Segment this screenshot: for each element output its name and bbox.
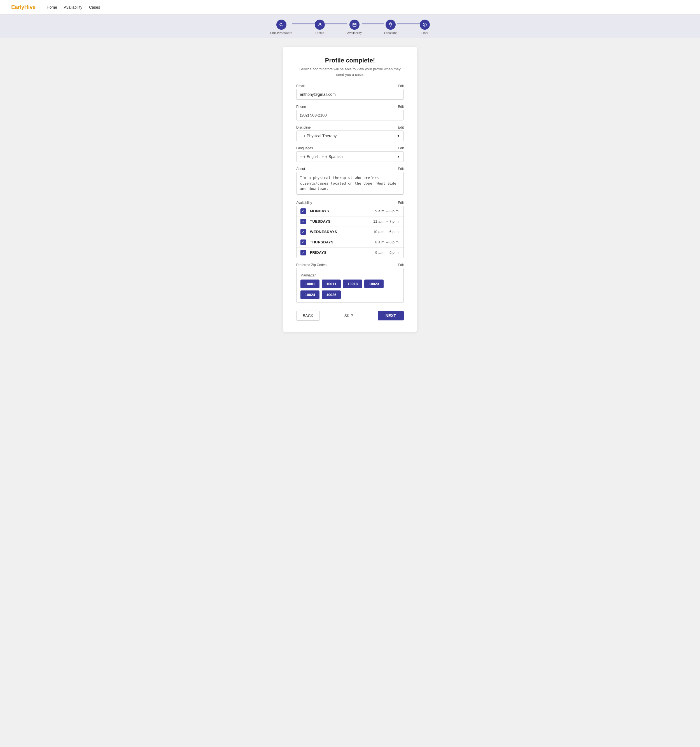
nav-cases[interactable]: Cases bbox=[89, 5, 100, 9]
email-field-group: Email Edit bbox=[296, 84, 404, 100]
step-circle-email bbox=[276, 20, 287, 30]
step-label-availability: Availability bbox=[347, 31, 362, 35]
email-field-header: Email Edit bbox=[296, 84, 404, 88]
discipline-edit[interactable]: Edit bbox=[398, 126, 404, 129]
languages-select[interactable]: + English + Spanish ▼ bbox=[296, 151, 404, 162]
step-label-profile: Profile bbox=[315, 31, 324, 35]
step-availability[interactable]: Availability bbox=[347, 20, 362, 35]
zip-pill-10018[interactable]: 10018 bbox=[343, 280, 362, 288]
avail-day-monday: MONDAYS bbox=[310, 209, 371, 213]
svg-point-10 bbox=[424, 24, 425, 24]
discipline-tags: + Physical Therapy bbox=[300, 134, 336, 138]
nav-availability[interactable]: Availability bbox=[64, 5, 82, 9]
avail-time-thursday: 8 a.m. – 6 p.m. bbox=[375, 240, 400, 244]
phone-field-group: Phone Edit bbox=[296, 105, 404, 121]
phone-field-header: Phone Edit bbox=[296, 105, 404, 109]
step-final[interactable]: Final bbox=[420, 20, 430, 35]
avail-row-wednesday: ✓ WEDNESDAYS 10 a.m. – 6 p.m. bbox=[297, 227, 403, 237]
languages-field-header: Languages Edit bbox=[296, 146, 404, 150]
zip-pill-10011[interactable]: 10011 bbox=[322, 280, 341, 288]
discipline-select[interactable]: + Physical Therapy ▼ bbox=[296, 130, 404, 141]
main-content: Profile complete! Service coordinators w… bbox=[0, 38, 700, 349]
avail-day-thursday: THURSDAYS bbox=[310, 240, 371, 244]
stepper: Email/Password Profile bbox=[270, 20, 430, 35]
about-field-group: About Edit bbox=[296, 167, 404, 196]
nav-links: Home Availability Cases bbox=[47, 5, 100, 9]
email-label: Email bbox=[296, 84, 305, 88]
button-row: BACK SKIP NEXT bbox=[296, 311, 404, 321]
languages-tags: + English + Spanish bbox=[300, 154, 343, 159]
discipline-field-group: Discipline Edit + Physical Therapy ▼ bbox=[296, 126, 404, 141]
about-edit[interactable]: Edit bbox=[398, 167, 404, 171]
avail-check-friday: ✓ bbox=[300, 250, 306, 256]
connector-4 bbox=[397, 24, 420, 24]
nav-home[interactable]: Home bbox=[47, 5, 57, 9]
avail-time-tuesday: 11 a.m. – 7 p.m. bbox=[373, 219, 400, 224]
availability-edit[interactable]: Edit bbox=[398, 201, 404, 205]
languages-field-group: Languages Edit + English + Spanish ▼ bbox=[296, 146, 404, 162]
zip-edit[interactable]: Edit bbox=[398, 263, 404, 267]
email-edit[interactable]: Edit bbox=[398, 84, 404, 88]
zip-pill-10023[interactable]: 10023 bbox=[364, 280, 383, 288]
svg-point-7 bbox=[390, 24, 391, 24]
zip-pill-10025[interactable]: 10025 bbox=[322, 290, 341, 299]
phone-input[interactable] bbox=[296, 110, 404, 121]
avail-time-wednesday: 10 a.m. – 6 p.m. bbox=[373, 230, 400, 234]
avail-check-monday: ✓ bbox=[300, 209, 306, 214]
profile-card: Profile complete! Service coordinators w… bbox=[283, 47, 417, 332]
avail-day-friday: FRIDAYS bbox=[310, 250, 371, 255]
navbar: EarlyHive Home Availability Cases bbox=[0, 0, 700, 15]
profile-icon bbox=[318, 23, 322, 27]
language-tag-spanish: + Spanish bbox=[322, 154, 343, 159]
zip-grid: Manhattan 10001 10011 10018 10023 10024 … bbox=[296, 268, 404, 303]
stepper-bar: Email/Password Profile bbox=[0, 15, 700, 38]
avail-time-monday: 9 a.m. – 6 p.m. bbox=[375, 209, 400, 213]
svg-point-0 bbox=[280, 23, 282, 26]
connector-3 bbox=[362, 24, 384, 24]
step-email-password[interactable]: Email/Password bbox=[270, 20, 292, 35]
avail-row-thursday: ✓ THURSDAYS 8 a.m. – 6 p.m. bbox=[297, 237, 403, 248]
connector-1 bbox=[292, 24, 315, 24]
avail-check-tuesday: ✓ bbox=[300, 219, 306, 224]
avail-row-friday: ✓ FRIDAYS 9 a.m. – 5 p.m. bbox=[297, 248, 403, 258]
card-subtitle: Service coordinators will be able to vie… bbox=[296, 67, 404, 77]
step-label-email: Email/Password bbox=[270, 31, 292, 35]
languages-edit[interactable]: Edit bbox=[398, 146, 404, 150]
avail-day-tuesday: TUESDAYS bbox=[310, 219, 369, 224]
availability-field-header: Availability Edit bbox=[296, 201, 404, 205]
avail-check-thursday: ✓ bbox=[300, 239, 306, 245]
logo: EarlyHive bbox=[11, 4, 36, 11]
availability-label: Availability bbox=[296, 201, 312, 205]
about-textarea[interactable] bbox=[296, 172, 404, 195]
logo-early: Early bbox=[11, 4, 24, 10]
avail-day-wednesday: WEDNESDAYS bbox=[310, 230, 369, 234]
card-title: Profile complete! bbox=[296, 57, 404, 64]
phone-edit[interactable]: Edit bbox=[398, 105, 404, 109]
zip-pill-10001[interactable]: 10001 bbox=[300, 280, 320, 288]
skip-button[interactable]: SKIP bbox=[344, 313, 353, 318]
key-icon bbox=[279, 23, 284, 27]
connector-2 bbox=[325, 24, 347, 24]
about-field-header: About Edit bbox=[296, 167, 404, 171]
back-button[interactable]: BACK bbox=[296, 311, 320, 321]
svg-rect-3 bbox=[353, 23, 356, 26]
step-profile[interactable]: Profile bbox=[315, 20, 325, 35]
step-circle-availability bbox=[350, 20, 359, 30]
discipline-tag-physical-therapy: + Physical Therapy bbox=[300, 134, 336, 138]
next-button[interactable]: NEXT bbox=[378, 311, 404, 321]
discipline-label: Discipline bbox=[296, 126, 311, 129]
languages-label: Languages bbox=[296, 146, 313, 150]
avail-time-friday: 9 a.m. – 5 p.m. bbox=[375, 250, 400, 255]
info-icon bbox=[422, 23, 427, 27]
step-locations[interactable]: Locations bbox=[384, 20, 397, 35]
email-input[interactable] bbox=[296, 89, 404, 100]
zip-label: Preferred Zip Codes bbox=[296, 263, 326, 267]
calendar-icon bbox=[352, 23, 357, 27]
discipline-dropdown-arrow: ▼ bbox=[397, 134, 400, 138]
zip-pills: 10001 10011 10018 10023 10024 10025 bbox=[300, 280, 400, 299]
step-circle-final bbox=[420, 20, 430, 30]
zip-section: Preferred Zip Codes Edit Manhattan 10001… bbox=[296, 263, 404, 303]
language-tag-english: + English bbox=[300, 154, 320, 159]
about-label: About bbox=[296, 167, 305, 171]
zip-pill-10024[interactable]: 10024 bbox=[300, 290, 320, 299]
